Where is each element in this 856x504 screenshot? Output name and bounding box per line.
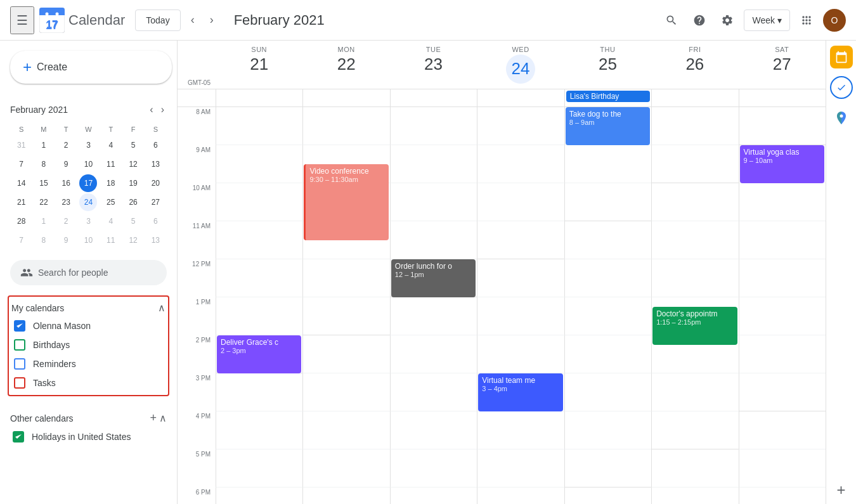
day-header-sun[interactable]: SUN 21: [216, 46, 302, 89]
time-cell[interactable]: [564, 259, 651, 297]
allday-cell-thu[interactable]: Lisa's Birthday: [564, 89, 651, 107]
time-cell[interactable]: [302, 335, 389, 373]
help-button[interactable]: [688, 9, 711, 32]
mini-cal-day[interactable]: 8: [35, 155, 53, 173]
day-header-wed[interactable]: WED 24: [477, 46, 564, 89]
time-cell[interactable]: [216, 107, 302, 145]
event-block[interactable]: Doctor's appointm1:15 – 2:15pm: [652, 307, 737, 345]
prev-button[interactable]: ‹: [186, 8, 200, 32]
time-cell[interactable]: [216, 145, 302, 183]
mini-cal-day[interactable]: 5: [124, 136, 142, 154]
mini-cal-prev[interactable]: ‹: [147, 101, 155, 118]
logo[interactable]: 17 17 Calendar: [39, 8, 125, 33]
right-panel-check-icon[interactable]: [830, 76, 853, 99]
lisas-birthday-event[interactable]: Lisa's Birthday: [566, 91, 650, 102]
time-cell[interactable]: [390, 488, 477, 504]
mini-cal-next[interactable]: ›: [159, 101, 167, 118]
other-calendars-header[interactable]: Other calendars + ∧: [10, 409, 167, 427]
my-calendars-header[interactable]: My calendars ∧: [11, 299, 165, 316]
day-header-thu[interactable]: THU 25: [564, 46, 651, 89]
mini-cal-day[interactable]: 4: [102, 212, 120, 230]
mini-cal-day[interactable]: 27: [146, 193, 164, 211]
mini-cal-day[interactable]: 2: [57, 212, 75, 230]
time-cell[interactable]: [564, 221, 651, 259]
calendar-checkbox-birthdays[interactable]: [14, 339, 25, 351]
time-cell[interactable]: [216, 488, 302, 504]
event-block[interactable]: Virtual yoga clas9 – 10am: [740, 145, 824, 183]
view-selector[interactable]: Week ▾: [744, 10, 790, 31]
mini-cal-day[interactable]: 11: [102, 155, 120, 173]
time-cell[interactable]: [390, 145, 477, 183]
calendar-checkbox-olenna[interactable]: [14, 320, 25, 332]
event-block[interactable]: Deliver Grace's c2 – 3pm: [217, 335, 301, 373]
time-cell[interactable]: [651, 107, 738, 145]
time-cell[interactable]: [739, 221, 826, 259]
mini-cal-day[interactable]: 26: [124, 193, 142, 211]
time-cell[interactable]: [302, 107, 389, 145]
time-cell[interactable]: [477, 221, 564, 259]
calendar-checkbox-holidays[interactable]: [13, 431, 24, 443]
time-cell[interactable]: [477, 107, 564, 145]
mini-cal-day-today[interactable]: 17: [79, 174, 97, 192]
time-cell[interactable]: [739, 488, 826, 504]
mini-cal-day[interactable]: 14: [13, 174, 30, 192]
event-block[interactable]: Order lunch for o12 – 1pm: [391, 259, 476, 297]
user-avatar[interactable]: O: [823, 9, 846, 32]
mini-cal-day[interactable]: 10: [79, 155, 97, 173]
day-header-mon[interactable]: MON 22: [302, 46, 389, 89]
mini-cal-day[interactable]: 1: [35, 212, 53, 230]
right-panel-maps-icon[interactable]: [830, 107, 853, 129]
right-panel-add-icon[interactable]: +: [836, 481, 845, 499]
time-cell[interactable]: [390, 183, 477, 221]
allday-cell-fri[interactable]: [651, 89, 738, 107]
calendar-item-reminders[interactable]: Reminders: [11, 354, 165, 373]
time-cell[interactable]: [390, 107, 477, 145]
day-header-sat[interactable]: SAT 27: [739, 46, 826, 89]
allday-cell-tue[interactable]: [390, 89, 477, 107]
time-cell[interactable]: [477, 335, 564, 373]
time-cell[interactable]: [216, 373, 302, 411]
settings-button[interactable]: [716, 9, 739, 32]
mini-cal-day[interactable]: 13: [146, 231, 164, 249]
mini-cal-day[interactable]: 6: [146, 136, 164, 154]
time-cell[interactable]: [564, 183, 651, 221]
mini-cal-day[interactable]: 28: [13, 212, 30, 230]
time-cell[interactable]: [390, 221, 477, 259]
mini-cal-day[interactable]: 7: [13, 155, 30, 173]
calendar-item-holidays[interactable]: Holidays in United States: [10, 427, 167, 446]
time-cell[interactable]: [477, 411, 564, 449]
time-cell[interactable]: [477, 297, 564, 335]
next-button[interactable]: ›: [205, 8, 219, 32]
time-cell[interactable]: [390, 335, 477, 373]
search-people-button[interactable]: Search for people: [10, 260, 167, 285]
time-cell[interactable]: [739, 373, 826, 411]
mini-cal-day[interactable]: 25: [102, 193, 120, 211]
today-button[interactable]: Today: [135, 10, 180, 31]
mini-cal-day[interactable]: 13: [146, 155, 164, 173]
time-cell[interactable]: [216, 297, 302, 335]
time-cell[interactable]: [477, 259, 564, 297]
time-cell[interactable]: [216, 449, 302, 488]
calendar-item-olenna[interactable]: Olenna Mason: [11, 316, 165, 335]
time-cell[interactable]: [564, 373, 651, 411]
time-cell[interactable]: [477, 145, 564, 183]
mini-cal-day[interactable]: 6: [146, 212, 164, 230]
time-cell[interactable]: [564, 411, 651, 449]
mini-cal-day[interactable]: 1: [35, 136, 53, 154]
time-cell[interactable]: [302, 297, 389, 335]
mini-cal-day[interactable]: 18: [102, 174, 120, 192]
time-cell[interactable]: [651, 449, 738, 488]
time-cell[interactable]: [390, 297, 477, 335]
time-cell[interactable]: [651, 373, 738, 411]
search-button[interactable]: [660, 9, 683, 32]
time-cell[interactable]: [564, 449, 651, 488]
mini-cal-day[interactable]: 3: [79, 136, 97, 154]
time-cell[interactable]: [651, 145, 738, 183]
time-cell[interactable]: [739, 107, 826, 145]
mini-cal-day[interactable]: 20: [146, 174, 164, 192]
allday-cell-wed[interactable]: [477, 89, 564, 107]
time-cell[interactable]: [302, 373, 389, 411]
time-cell[interactable]: [739, 297, 826, 335]
mini-cal-day[interactable]: 11: [102, 231, 120, 249]
mini-cal-day[interactable]: 8: [35, 231, 53, 249]
